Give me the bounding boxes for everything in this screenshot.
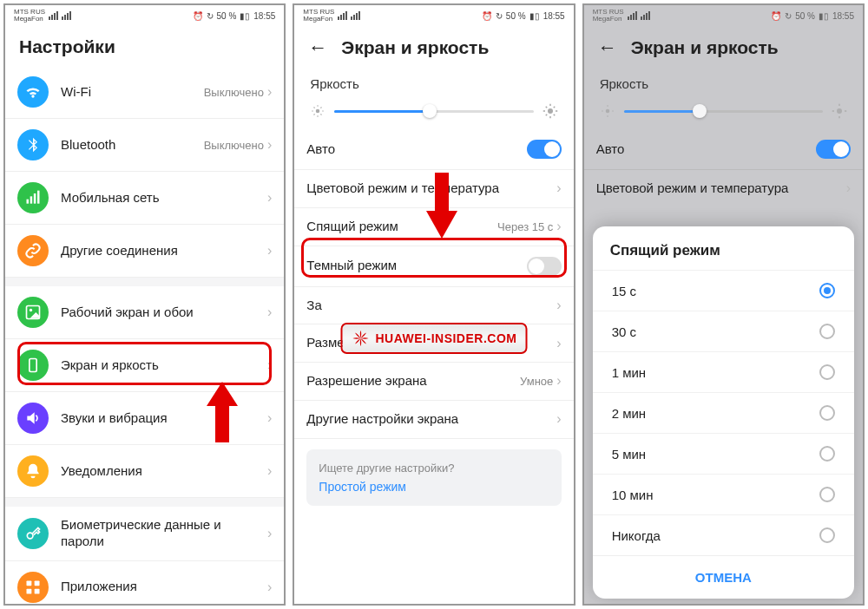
- status-bar: MTS RUS MegaFon ⏰ ↻ 50 % ▮▯ 18:55: [5, 5, 284, 26]
- simple-mode-link[interactable]: Простой режим: [319, 480, 549, 494]
- settings-row-display[interactable]: Экран и яркость ›: [5, 339, 284, 392]
- chevron-right-icon: ›: [556, 298, 561, 313]
- sync-icon: ↻: [207, 11, 214, 21]
- screen-settings: MTS RUS MegaFon ⏰ ↻ 50 % ▮▯ 18:55 Настро…: [3, 3, 286, 606]
- signal-icon-2: [62, 11, 71, 20]
- sleep-option-1[interactable]: 30 с: [593, 311, 854, 351]
- settings-row-signal[interactable]: Мобильная сеть ›: [5, 172, 284, 225]
- sun-high-icon: [832, 103, 847, 119]
- radio[interactable]: [819, 487, 835, 502]
- chevron-right-icon: ›: [267, 190, 272, 206]
- svg-line-26: [545, 107, 547, 108]
- sleep-option-2[interactable]: 1 мин: [593, 351, 854, 392]
- auto-brightness-row[interactable]: Авто: [584, 129, 863, 170]
- chevron-right-icon: ›: [267, 463, 272, 479]
- signal-icon-2: [641, 11, 650, 20]
- chevron-right-icon: ›: [267, 580, 272, 595]
- sleep-option-3[interactable]: 2 мин: [593, 392, 854, 433]
- chevron-right-icon: ›: [556, 180, 561, 196]
- signal-icon: [49, 11, 58, 20]
- back-button[interactable]: ←: [598, 36, 617, 59]
- chevron-right-icon: ›: [267, 84, 272, 100]
- display-icon: [17, 350, 49, 381]
- brightness-label: Яркость: [294, 68, 573, 96]
- svg-rect-11: [35, 588, 40, 593]
- alarm-icon: ⏰: [193, 11, 203, 21]
- page-title: Настройки: [19, 36, 115, 57]
- watermark: HUAWEI-INSIDER.COM: [340, 323, 527, 354]
- back-button[interactable]: ←: [308, 36, 327, 59]
- status-bar: MTS RUS MegaFon ⏰ ↻ 50 % ▮▯ 18:55: [584, 5, 863, 26]
- image-icon: [17, 297, 49, 328]
- key-icon: [17, 518, 49, 549]
- svg-point-5: [30, 309, 32, 311]
- toggle[interactable]: [527, 257, 562, 276]
- radio[interactable]: [819, 364, 835, 380]
- chevron-right-icon: ›: [267, 137, 272, 153]
- settings-row-bell[interactable]: Уведомления ›: [5, 445, 284, 498]
- bell-icon: [17, 455, 49, 487]
- header: ← Экран и яркость: [294, 26, 573, 68]
- brightness-slider[interactable]: [584, 96, 863, 129]
- chevron-right-icon: ›: [556, 219, 561, 234]
- radio[interactable]: [819, 283, 835, 298]
- row-5[interactable]: Разрешение экранаУмное›: [294, 363, 573, 401]
- row-3[interactable]: За›: [294, 287, 573, 325]
- svg-line-27: [553, 115, 555, 116]
- row-0[interactable]: Цветовой режим и температура›: [294, 170, 573, 208]
- svg-rect-10: [27, 588, 32, 593]
- row-6[interactable]: Другие настройки экрана›: [294, 401, 573, 439]
- svg-line-17: [314, 108, 315, 108]
- row-color-mode[interactable]: Цветовой режим и температура ›: [584, 170, 863, 207]
- chevron-right-icon: ›: [556, 411, 561, 427]
- svg-rect-2: [34, 193, 36, 204]
- wifi-icon: [17, 76, 49, 108]
- auto-toggle[interactable]: [527, 140, 562, 159]
- link-icon: [17, 235, 49, 266]
- settings-row-wifi[interactable]: Wi-Fi Выключено ›: [5, 66, 284, 119]
- radio[interactable]: [819, 324, 835, 339]
- svg-line-28: [545, 115, 547, 116]
- chevron-right-icon: ›: [846, 180, 851, 196]
- settings-row-key[interactable]: Биометрические данные и пароли ›: [5, 507, 284, 561]
- radio[interactable]: [819, 405, 835, 421]
- chevron-right-icon: ›: [556, 373, 561, 389]
- svg-point-12: [316, 109, 320, 114]
- settings-row-link[interactable]: Другие соединения ›: [5, 225, 284, 278]
- bluetooth-icon: [17, 129, 49, 160]
- svg-point-30: [605, 109, 609, 114]
- header: ← Экран и яркость: [584, 26, 863, 68]
- signal-icon-2: [351, 11, 360, 20]
- settings-row-bluetooth[interactable]: Bluetooth Выключено ›: [5, 119, 284, 172]
- svg-line-19: [314, 114, 315, 115]
- auto-toggle[interactable]: [816, 140, 851, 159]
- radio[interactable]: [819, 527, 835, 543]
- settings-row-image[interactable]: Рабочий экран и обои ›: [5, 286, 284, 339]
- settings-row-apps[interactable]: Приложения ›: [5, 561, 284, 605]
- sync-icon: ↻: [785, 11, 792, 21]
- sun-low-icon: [600, 103, 615, 119]
- brightness-slider[interactable]: [294, 96, 573, 129]
- sheet-title: Спящий режим: [593, 237, 854, 270]
- svg-rect-8: [27, 580, 32, 586]
- sleep-option-6[interactable]: Никогда: [593, 514, 854, 555]
- row-1[interactable]: Спящий режимЧерез 15 с›: [294, 208, 573, 246]
- sleep-option-0[interactable]: 15 с: [593, 270, 854, 311]
- signal-icon: [338, 11, 347, 20]
- settings-list[interactable]: Wi-Fi Выключено › Bluetooth Выключено › …: [5, 66, 284, 604]
- svg-line-29: [553, 107, 555, 108]
- auto-brightness-row[interactable]: Авто: [294, 129, 573, 170]
- row-2[interactable]: Темный режим: [294, 246, 573, 287]
- sleep-option-5[interactable]: 10 мин: [593, 474, 854, 514]
- svg-rect-0: [27, 200, 30, 204]
- cancel-button[interactable]: ОТМЕНА: [593, 555, 854, 599]
- carrier-2: MegaFon: [14, 16, 45, 23]
- signal-icon: [17, 182, 49, 213]
- sync-icon: ↻: [496, 11, 503, 21]
- apps-icon: [17, 572, 49, 603]
- page-title: Экран и яркость: [631, 37, 779, 58]
- sound-icon: [17, 403, 49, 434]
- settings-row-sound[interactable]: Звуки и вибрация ›: [5, 392, 284, 445]
- sleep-option-4[interactable]: 5 мин: [593, 433, 854, 474]
- radio[interactable]: [819, 446, 835, 462]
